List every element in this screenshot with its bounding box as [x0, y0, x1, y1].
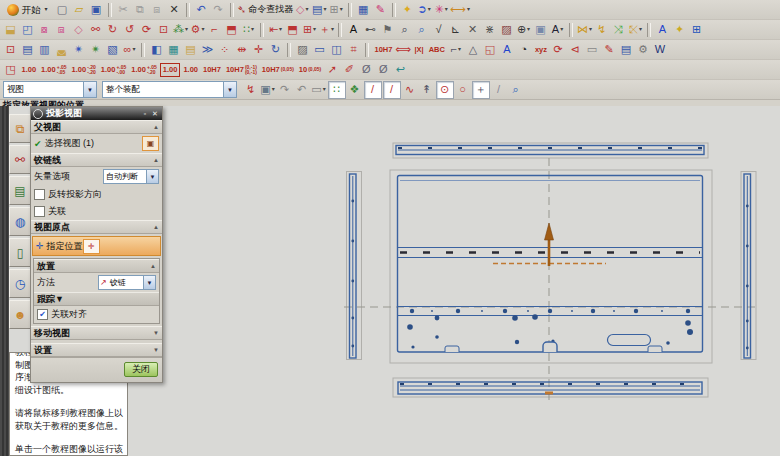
select-view-button[interactable]: ▣: [142, 136, 159, 151]
undo-small-icon[interactable]: ↶: [294, 82, 310, 98]
drawing-view-right[interactable]: [744, 174, 751, 358]
text-icon[interactable]: A: [346, 22, 362, 38]
tab-part-navigator[interactable]: ▤: [9, 176, 31, 205]
image-pink-icon[interactable]: ⧇: [37, 22, 53, 38]
fit-10h7-icon[interactable]: 10H7: [201, 62, 223, 78]
new-file-icon[interactable]: ▢: [54, 2, 70, 18]
circle-dot-icon[interactable]: ⊙: [436, 81, 454, 99]
bulb-icon[interactable]: ➲▾: [416, 2, 432, 18]
tab-constraint-navigator[interactable]: ⚯: [9, 145, 31, 174]
layer-visible-icon[interactable]: ▥: [37, 42, 53, 58]
note-icon[interactable]: ▤: [618, 42, 634, 58]
cut-icon[interactable]: ✂: [115, 2, 131, 18]
fit-10-icon[interactable]: 10(0,05): [297, 62, 323, 78]
folder-view-icon[interactable]: ⬒: [224, 22, 240, 38]
section-hinge-line[interactable]: 铰链线 ▲: [31, 153, 162, 167]
tab-internet[interactable]: ◍: [9, 207, 31, 236]
close-button[interactable]: 关闭: [124, 362, 158, 377]
checker-green-icon[interactable]: ∷: [328, 81, 346, 99]
pen2-icon[interactable]: ✐: [341, 62, 357, 78]
weld-w-icon[interactable]: W: [652, 42, 668, 58]
layout-icon[interactable]: ⊞▾: [328, 2, 344, 18]
hatch-box-icon[interactable]: ▨: [295, 42, 311, 58]
tol-sym-icon[interactable]: 1.00+.05 -.05: [39, 62, 68, 78]
font-style-icon[interactable]: A▾: [550, 22, 566, 38]
clover-icon[interactable]: ❖: [347, 82, 363, 98]
sketch-view-icon[interactable]: ◇: [71, 22, 87, 38]
open-folder-icon[interactable]: ▱: [71, 2, 87, 18]
grid-green-icon[interactable]: ∷▾: [241, 22, 257, 38]
section-parent-view[interactable]: 父视图 ▲: [31, 120, 162, 134]
plant-view-icon[interactable]: ⁂▾: [173, 22, 189, 38]
detail-grid-icon[interactable]: ⊞▾: [302, 22, 318, 38]
refresh-blue-icon[interactable]: ↻: [268, 42, 284, 58]
assoc-align-row[interactable]: ✔ 关联对齐: [34, 306, 159, 323]
corner-view-icon[interactable]: ⌐: [207, 22, 223, 38]
grid-red-icon[interactable]: ⌗: [346, 42, 362, 58]
specify-location-button[interactable]: ✛: [83, 239, 100, 254]
image-frame-icon[interactable]: ◱: [482, 42, 498, 58]
associate-checkbox[interactable]: [34, 206, 45, 217]
cn-table-icon[interactable]: ⊞: [689, 22, 705, 38]
sqrt-check-icon[interactable]: √: [431, 22, 447, 38]
return-teal-icon[interactable]: ↩: [392, 62, 408, 78]
annotation-pen-icon[interactable]: ✎: [372, 2, 388, 18]
bend-tool-icon[interactable]: ↯: [594, 22, 610, 38]
angle-measure-icon[interactable]: ⊾: [448, 22, 464, 38]
reverse-direction-checkbox[interactable]: [34, 189, 45, 200]
wrench-green-icon[interactable]: ✴: [88, 42, 104, 58]
image-insert-icon[interactable]: ▣: [533, 22, 549, 38]
spline-icon[interactable]: ∿: [402, 82, 418, 98]
arrows-lr-icon[interactable]: ⇹: [234, 42, 250, 58]
view-type-dropdown[interactable]: 视图 ▼: [3, 81, 97, 98]
corner-orange-icon[interactable]: ◳: [3, 62, 19, 78]
rotate-ccw-icon[interactable]: ↺: [122, 22, 138, 38]
search-small-icon[interactable]: ⌕: [508, 82, 524, 98]
line3-icon[interactable]: /: [491, 82, 507, 98]
chevron-down-icon[interactable]: ▼: [83, 82, 96, 97]
copy-icon[interactable]: ⧉: [132, 2, 148, 18]
notebook-icon[interactable]: ▤: [183, 42, 199, 58]
fit-10h7-stack-icon[interactable]: 10H7(0,-1) (0,-1): [224, 62, 259, 78]
up-arrow-icon[interactable]: ↟: [419, 82, 435, 98]
chevron-down-icon[interactable]: ▼: [223, 82, 236, 97]
delete-icon[interactable]: ✕: [166, 2, 182, 18]
tab-assembly-navigator[interactable]: ⧉: [9, 114, 31, 143]
measure-icon[interactable]: ⟷▾: [450, 2, 470, 18]
plus-icon[interactable]: ＋: [472, 81, 490, 99]
dimension-icon[interactable]: ⊷: [363, 22, 379, 38]
view-search-icon[interactable]: ◰: [20, 22, 36, 38]
diameter2-icon[interactable]: Ø: [375, 62, 391, 78]
link-view-icon[interactable]: ⚯: [88, 22, 104, 38]
assembly-scope-dropdown[interactable]: 整个装配 ▼: [102, 81, 237, 98]
spark-icon[interactable]: ✦: [672, 22, 688, 38]
disk-icon[interactable]: ◛: [54, 42, 70, 58]
section-placement[interactable]: 放置 ▲: [34, 259, 159, 273]
datum-table-icon[interactable]: ▦: [355, 2, 371, 18]
slide-icon[interactable]: ▭: [584, 42, 600, 58]
new-sheet-icon[interactable]: ⬓: [3, 22, 19, 38]
tol-boxed-icon[interactable]: 1.00: [160, 63, 181, 77]
abc-icon[interactable]: ABC: [427, 42, 447, 58]
section-move-view[interactable]: 移动视图 ▼: [31, 326, 162, 340]
zoom-icon[interactable]: ⌕: [397, 22, 413, 38]
section-view-origin[interactable]: 视图原点 ▲: [31, 220, 162, 234]
dialog-close-icon[interactable]: ✕: [150, 110, 160, 118]
snap-x-icon[interactable]: ⋇: [482, 22, 498, 38]
hatch-icon[interactable]: ▨: [499, 22, 515, 38]
wrench-blue-icon[interactable]: ✴: [71, 42, 87, 58]
method-dropdown[interactable]: ↗ 铰链 ▼: [98, 275, 156, 290]
bend-yellow-icon[interactable]: ⤪▾: [628, 22, 644, 38]
tol-plain-icon[interactable]: 1.00: [20, 62, 39, 78]
rotate-view-icon[interactable]: ⟳: [550, 42, 566, 58]
drawing-view-left[interactable]: [350, 174, 357, 358]
layer-settings-icon[interactable]: ▤: [20, 42, 36, 58]
center-target-icon[interactable]: ⊕▾: [516, 22, 532, 38]
rotate-cw-icon[interactable]: ↻: [105, 22, 121, 38]
assoc-align-checkbox[interactable]: ✔: [37, 309, 48, 320]
corner-dim-icon[interactable]: ⌐▾: [448, 42, 464, 58]
triangle-icon[interactable]: △: [465, 42, 481, 58]
redo-icon[interactable]: ↷: [210, 2, 226, 18]
panel-icon[interactable]: ◧: [149, 42, 165, 58]
weld-bow-icon[interactable]: ⋈▾: [577, 22, 593, 38]
